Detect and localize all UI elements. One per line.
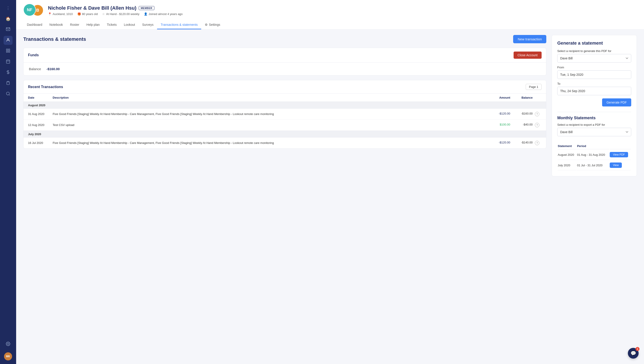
- page-title-row: Transactions & statements New transactio…: [23, 35, 546, 43]
- member-badge: MEMBER: [139, 6, 154, 10]
- to-input[interactable]: [557, 87, 631, 95]
- monthly-col-statement: Statement: [558, 143, 576, 149]
- sidebar-icon-person[interactable]: [4, 36, 12, 45]
- sidebar-icon-clipboard[interactable]: [4, 79, 12, 88]
- user-check-icon: 👤: [144, 12, 148, 16]
- nav-tabs: Dashboard Notebook Roster Help plan Tick…: [23, 20, 637, 29]
- cell-date: 16 Jul 2020: [28, 141, 53, 145]
- info-button[interactable]: ?: [535, 123, 539, 127]
- chat-badge: 1: [636, 347, 640, 351]
- left-column: Transactions & statements New transactio…: [23, 35, 546, 358]
- name-text: Nichole Fisher & Dave Bill (Allen Hsu): [48, 5, 136, 11]
- cell-description: Five Good Friends [Staging] Weekly At Ha…: [53, 141, 488, 145]
- tab-notebook[interactable]: Notebook: [46, 20, 66, 29]
- cell-balance: -$160.00: [510, 112, 533, 115]
- cell-balance: -$40.00: [510, 123, 533, 126]
- svg-rect-2: [6, 49, 8, 50]
- main-wrapper: NF B Nichole Fisher & Dave Bill (Allen H…: [16, 0, 644, 364]
- header-top: NF B Nichole Fisher & Dave Bill (Allen H…: [23, 4, 637, 17]
- page-title: Transactions & statements: [23, 36, 86, 42]
- from-label: From: [557, 66, 631, 69]
- sidebar-icon-menu[interactable]: ⋮: [4, 4, 12, 12]
- person-icon: [6, 38, 10, 43]
- monthly-statements-title: Monthly Statements: [557, 116, 631, 120]
- avatar-group: NF B: [23, 4, 44, 17]
- cell-balance: -$140.00: [510, 141, 533, 144]
- star-icon: ☆: [102, 12, 105, 16]
- settings-nav-icon: ⚙: [205, 23, 208, 26]
- tab-dashboard[interactable]: Dashboard: [23, 20, 46, 29]
- balance-row: Balance -$160.00: [29, 67, 541, 71]
- monthly-recipient-label: Select a recipient to export a PDF for: [557, 123, 631, 126]
- info-button[interactable]: ?: [535, 141, 539, 145]
- svg-rect-5: [8, 51, 10, 52]
- tab-transactions[interactable]: Transactions & statements: [157, 20, 201, 29]
- monthly-period-aug: 01 Aug - 31 Aug 2020: [577, 150, 609, 160]
- monthly-statement-aug: August 2020: [558, 150, 576, 160]
- home-icon: 🏠: [6, 16, 10, 21]
- tab-help-plan[interactable]: Help plan: [83, 20, 103, 29]
- sidebar-icon-home[interactable]: 🏠: [4, 14, 12, 23]
- gift-icon: 🎁: [77, 12, 81, 16]
- cell-info: ?: [533, 141, 542, 145]
- monthly-col-action: [610, 143, 631, 149]
- tab-lookout[interactable]: Lookout: [120, 20, 139, 29]
- generate-pdf-button[interactable]: Generate PDF: [602, 98, 631, 106]
- team-icon: [6, 48, 10, 54]
- svg-rect-4: [6, 51, 8, 52]
- tab-roster[interactable]: Roster: [66, 20, 83, 29]
- col-date: Date: [28, 96, 53, 99]
- info-button[interactable]: ?: [535, 112, 539, 116]
- table-row: 31 Aug 2020 Five Good Friends [Staging] …: [24, 109, 546, 120]
- divider: [557, 112, 631, 112]
- balance-label: Balance: [29, 67, 41, 71]
- new-transaction-button[interactable]: New transaction: [513, 35, 546, 43]
- funds-body: Balance -$160.00: [24, 62, 546, 75]
- monthly-statement-jul: July 2020: [558, 160, 576, 170]
- table-header: Date Description Amount Balance: [24, 94, 546, 102]
- header-info: Nichole Fisher & Dave Bill (Allen Hsu) M…: [48, 5, 637, 16]
- view-pdf-jul-button[interactable]: View: [610, 162, 622, 168]
- avatar-nf: NF: [23, 4, 36, 16]
- from-input[interactable]: [557, 70, 631, 79]
- age-text: 80 years old: [82, 12, 98, 16]
- sidebar-icon-search[interactable]: [4, 90, 12, 98]
- user-avatar[interactable]: MK: [4, 352, 12, 360]
- balance-value: -$160.00: [46, 67, 60, 71]
- calendar-icon: [6, 59, 10, 65]
- cell-amount: -$120.00: [488, 112, 510, 115]
- chat-bubble[interactable]: 💬 1: [628, 348, 638, 358]
- sidebar-icon-settings[interactable]: [4, 340, 12, 349]
- recipient-select[interactable]: Dave Bill: [557, 54, 631, 62]
- header-meta: 📍 Auckland, 1010 🎁 80 years old ☆ At Han…: [48, 12, 637, 16]
- svg-rect-3: [8, 49, 10, 50]
- close-account-button[interactable]: Close Account: [514, 52, 542, 59]
- month-group-july: July 2020: [24, 131, 546, 138]
- settings-bottom-icon: [6, 342, 10, 347]
- svg-point-1: [8, 38, 9, 40]
- plan-text: At Hand - $120.00 weekly: [106, 12, 140, 16]
- transactions-card: Recent Transactions Page 1 Date Descript…: [23, 80, 546, 148]
- right-column: Generate a statement Select a recipient …: [552, 35, 637, 358]
- cell-info: ?: [533, 123, 542, 127]
- monthly-recipient-select[interactable]: Dave Bill: [557, 128, 631, 136]
- sidebar-icon-team[interactable]: [4, 46, 12, 56]
- monthly-period-jul: 01 Jul - 31 Jul 2020: [577, 160, 609, 170]
- page-badge: Page 1: [526, 84, 542, 90]
- sidebar-icon-inbox[interactable]: [4, 25, 12, 34]
- funds-title: Funds: [28, 53, 39, 57]
- cell-amount: -$120.00: [488, 141, 510, 144]
- sidebar-icon-dollar[interactable]: [4, 68, 12, 77]
- sidebar-icon-calendar[interactable]: [4, 58, 12, 66]
- recipient-label: Select a recipient to generate this PDF …: [557, 49, 631, 53]
- tab-settings[interactable]: ⚙ Settings: [201, 20, 224, 29]
- tab-tickets[interactable]: Tickets: [103, 20, 120, 29]
- search-icon: [6, 92, 10, 97]
- tab-surveys[interactable]: Surveys: [138, 20, 157, 29]
- view-pdf-aug-button[interactable]: View PDF: [610, 152, 628, 157]
- col-actions: [533, 96, 542, 99]
- col-balance: Balance: [510, 96, 533, 99]
- table-row: 16 Jul 2020 Five Good Friends [Staging] …: [24, 138, 546, 148]
- joined-meta: 👤 Joined almost 4 years ago: [144, 12, 182, 16]
- col-amount: Amount: [488, 96, 510, 99]
